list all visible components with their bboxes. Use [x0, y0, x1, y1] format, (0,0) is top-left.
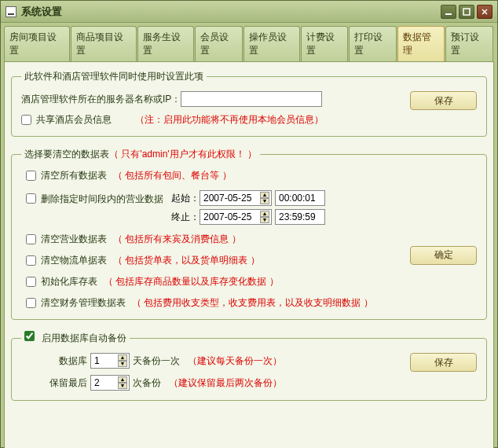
tab-waiter[interactable]: 服务生设置 — [137, 26, 194, 61]
svg-rect-1 — [463, 9, 470, 15]
share-member-note: （注：启用此功能将不再使用本地会员信息） — [135, 113, 324, 127]
end-time-input[interactable]: 23:59:59 — [275, 209, 325, 225]
start-date-input[interactable]: 2007-05-25 ▲▼ — [200, 190, 272, 206]
tab-product[interactable]: 商品项目设置 — [71, 26, 137, 61]
clear-legend: 选择要清空的数据表（ 只有'admin'用户才有此权限！ ） — [21, 148, 260, 161]
keep-note: （建议保留最后两次备份） — [169, 376, 282, 390]
tab-member[interactable]: 会员设置 — [195, 26, 243, 61]
share-member-label: 共享酒店会员信息 — [36, 113, 112, 127]
end-label: 终止： — [171, 211, 200, 224]
clear-log-note: （ 包括货单表，以及货单明细表 ） — [113, 254, 260, 267]
keep-count-spinner[interactable]: ▲▼ — [118, 376, 127, 389]
start-time-input[interactable]: 00:00:01 — [275, 190, 325, 206]
db-unit: 天备份一次 — [133, 354, 180, 368]
clear-log-checkbox[interactable] — [26, 255, 36, 266]
enable-backup-checkbox[interactable] — [24, 331, 35, 341]
share-member-checkbox[interactable] — [21, 115, 31, 125]
clear-all-label: 清空所有数据表 — [41, 169, 107, 182]
save-server-button[interactable]: 保存 — [410, 91, 477, 110]
backup-legend: 启用数据库自动备份 — [21, 331, 130, 345]
clear-fin-checkbox[interactable] — [26, 298, 36, 308]
tab-bar: 房间项目设置 商品项目设置 服务生设置 会员设置 操作员设置 计费设置 打印设置… — [1, 23, 497, 61]
maximize-button[interactable] — [459, 5, 474, 19]
backup-fieldset: 启用数据库自动备份 数据库 1 ▲▼ 天备份一次 （建议每天备份一次） 保留最后 — [11, 331, 487, 401]
keep-unit: 次备份 — [133, 376, 161, 390]
keep-count-input[interactable]: 2 ▲▼ — [90, 375, 130, 391]
clear-fieldset: 选择要清空的数据表（ 只有'admin'用户才有此权限！ ） 清空所有数据表 （… — [11, 148, 487, 320]
server-input[interactable] — [181, 91, 322, 107]
clear-biz-note: （ 包括所有来宾及消费信息 ） — [113, 233, 241, 246]
tab-print[interactable]: 打印设置 — [349, 26, 397, 61]
svg-rect-0 — [445, 13, 452, 15]
server-legend: 此软件和酒店管理软件同时使用时设置此项 — [21, 70, 207, 83]
start-date-spinner[interactable]: ▲▼ — [260, 192, 269, 204]
init-stock-note: （ 包括库存商品数量以及库存变化数据 ） — [104, 275, 279, 288]
keep-label: 保留最后 — [45, 376, 87, 390]
tab-booking[interactable]: 预订设置 — [445, 26, 493, 61]
del-range-label: 删除指定时间段内的营业数据 — [41, 193, 163, 206]
end-date-spinner[interactable]: ▲▼ — [260, 211, 269, 223]
clear-fin-note: （ 包括费用收支类型，收支费用表，以及收支明细数据 ） — [132, 296, 373, 310]
tab-room[interactable]: 房间项目设置 — [4, 26, 70, 61]
app-icon — [5, 6, 16, 17]
confirm-clear-button[interactable]: 确定 — [410, 246, 477, 265]
tab-operator[interactable]: 操作员设置 — [244, 26, 300, 61]
init-stock-label: 初始化库存表 — [41, 275, 97, 288]
tab-data[interactable]: 数据管理 — [397, 26, 445, 61]
content-panel: 此软件和酒店管理软件同时使用时设置此项 酒店管理软件所在的服务器名称或IP： 共… — [4, 61, 494, 448]
clear-fin-label: 清空财务管理数据表 — [41, 296, 126, 310]
db-days-spinner[interactable]: ▲▼ — [118, 354, 127, 367]
clear-biz-checkbox[interactable] — [26, 234, 36, 244]
start-label: 起始： — [171, 192, 200, 205]
init-stock-checkbox[interactable] — [26, 277, 36, 287]
db-note: （建议每天备份一次） — [188, 354, 282, 368]
server-fieldset: 此软件和酒店管理软件同时使用时设置此项 酒店管理软件所在的服务器名称或IP： 共… — [11, 70, 487, 137]
tab-billing[interactable]: 计费设置 — [301, 26, 349, 61]
window-title: 系统设置 — [21, 5, 438, 19]
clear-log-label: 清空物流单据表 — [41, 254, 107, 267]
clear-all-note: （ 包括所有包间、餐台等 ） — [113, 169, 232, 182]
titlebar: 系统设置 — [1, 1, 497, 23]
minimize-button[interactable] — [441, 5, 456, 19]
server-label: 酒店管理软件所在的服务器名称或IP： — [21, 93, 181, 106]
clear-biz-label: 清空营业数据表 — [41, 233, 107, 246]
save-backup-button[interactable]: 保存 — [410, 353, 477, 372]
clear-all-checkbox[interactable] — [26, 171, 36, 181]
del-range-checkbox[interactable] — [26, 193, 36, 204]
db-days-input[interactable]: 1 ▲▼ — [90, 353, 130, 369]
close-button[interactable] — [477, 5, 493, 19]
db-label: 数据库 — [45, 354, 87, 368]
end-date-input[interactable]: 2007-05-25 ▲▼ — [200, 209, 272, 225]
